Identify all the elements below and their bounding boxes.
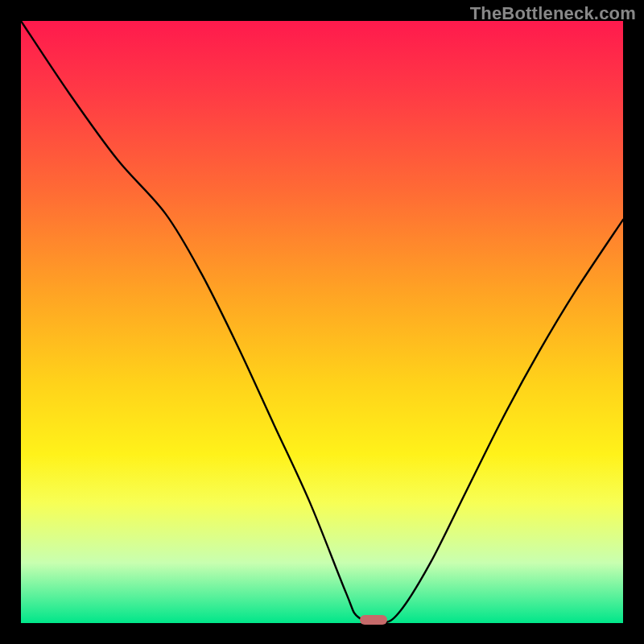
optimal-marker xyxy=(360,615,387,625)
plot-area xyxy=(21,21,623,623)
curve-path xyxy=(21,21,623,623)
chart-frame: TheBottleneck.com xyxy=(0,0,644,644)
bottleneck-curve xyxy=(21,21,623,623)
